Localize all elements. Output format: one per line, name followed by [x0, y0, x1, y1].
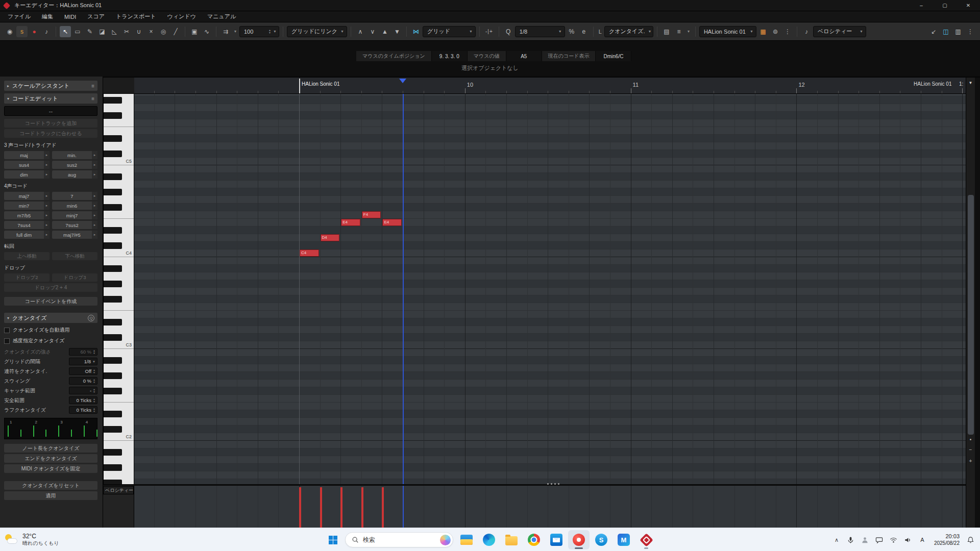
white-key[interactable] [104, 142, 134, 150]
velocity-bar[interactable] [361, 487, 363, 528]
taskbar-app-edge[interactable] [478, 530, 500, 549]
midi-note[interactable]: E4 [341, 219, 360, 226]
event-colors-select[interactable]: ベロシティー▼ [813, 26, 866, 37]
event-colors-icon[interactable]: ♪ [801, 26, 812, 37]
white-key[interactable] [104, 272, 134, 280]
solo-editor-button[interactable]: s [16, 26, 28, 37]
chord-button[interactable]: full dim▸ [4, 231, 50, 239]
white-key[interactable]: C4 [104, 249, 134, 257]
menu-item[interactable]: MIDI [59, 11, 82, 22]
split-tool[interactable]: ✂ [121, 26, 132, 37]
black-key[interactable] [104, 372, 134, 380]
transpose-up-icon[interactable]: ▲ [379, 26, 390, 37]
open-in-separate-window-icon[interactable]: ↙ [928, 26, 939, 37]
chord-button[interactable]: aug▸ [52, 170, 97, 179]
white-key[interactable] [104, 441, 134, 448]
param-value-field[interactable]: -▲▼ [69, 387, 97, 394]
globe-icon[interactable]: ⊚ [770, 26, 781, 37]
drum-map-icon[interactable]: ▦ [757, 26, 769, 37]
transpose-down-icon[interactable]: ▼ [391, 26, 403, 37]
scale-assistant-menu-icon[interactable]: ≡ [91, 83, 94, 89]
playhead-marker-icon[interactable] [399, 79, 406, 83]
taskbar-search[interactable]: 検索 [345, 532, 453, 547]
chord-edit-header[interactable]: ▾ コードエディット ≡ [4, 93, 97, 104]
param-value-field[interactable]: 0 %▲▼ [69, 377, 97, 385]
black-key[interactable] [104, 242, 134, 249]
black-key[interactable] [104, 425, 134, 433]
white-key[interactable] [104, 418, 134, 425]
chord-button[interactable]: 7▸ [52, 192, 97, 200]
zoom-in-icon[interactable]: + [966, 458, 975, 464]
line-tool[interactable]: ╱ [170, 26, 181, 37]
drop-2-4-button[interactable]: ドロップ2 + 4 [4, 283, 97, 292]
white-key[interactable] [104, 211, 134, 219]
white-key[interactable] [104, 403, 134, 410]
menu-item[interactable]: スコア [82, 11, 110, 22]
white-key[interactable] [104, 395, 134, 403]
black-key[interactable] [104, 96, 134, 104]
quantize-action-button[interactable]: 適用 [4, 491, 97, 500]
minimize-button[interactable]: – [910, 0, 933, 11]
quantize-panel-icon[interactable]: e [578, 26, 590, 37]
toolbar-setup-icon[interactable]: ⋮ [965, 26, 976, 37]
velocity-bar[interactable] [320, 487, 322, 528]
taskbar-app-chrome[interactable] [523, 530, 545, 549]
pin-tool-icon[interactable]: ◉ [4, 26, 15, 37]
curve-icon[interactable]: ∿ [201, 26, 212, 37]
midi-note[interactable]: D4 [321, 234, 340, 241]
chord-button[interactable]: ドロップ3 [52, 273, 97, 282]
erase-tool[interactable]: ◪ [96, 26, 108, 37]
param-value-field[interactable]: 0 Ticks▲▼ [69, 406, 97, 414]
quantize-action-button[interactable]: MIDI クオンタイズを固定 [4, 464, 97, 473]
white-key[interactable] [104, 181, 134, 188]
black-key[interactable] [104, 204, 134, 211]
more-options-icon[interactable]: ⋮ [782, 26, 793, 37]
white-key[interactable] [104, 303, 134, 311]
chord-button[interactable]: m7/b5▸ [4, 211, 50, 219]
chord-button[interactable]: 7sus4▸ [4, 221, 50, 229]
glue-tool[interactable]: ∪ [133, 26, 144, 37]
chord-button[interactable]: maj7▸ [4, 192, 50, 200]
param-value-field[interactable]: 1/8▼ [69, 358, 97, 365]
midi-note[interactable]: F4 [362, 211, 381, 218]
scroll-down-arrow-icon[interactable]: ▼ [966, 81, 975, 85]
quantize-preset-select[interactable]: 1/8▼ [515, 26, 565, 37]
velocity-bar[interactable] [382, 487, 384, 528]
param-value-field[interactable]: Off▲▼ [69, 367, 97, 375]
autoscroll-arrow[interactable]: ▾ [232, 26, 238, 37]
quantize-action-button[interactable]: クオンタイズをリセット [4, 481, 97, 490]
chord-button[interactable]: 下へ移動 [52, 252, 97, 260]
zoom-dot-icon[interactable]: • [966, 437, 975, 442]
range-selection-tool[interactable]: ▭ [72, 26, 83, 37]
black-key[interactable] [104, 479, 134, 484]
black-key[interactable] [104, 112, 134, 119]
black-key[interactable] [104, 318, 134, 326]
white-key[interactable] [104, 127, 134, 135]
black-key[interactable] [104, 188, 134, 196]
white-key[interactable]: C5 [104, 158, 134, 165]
object-selection-tool[interactable]: ↖ [60, 26, 71, 37]
autoscroll-icon[interactable]: ⇉ [220, 26, 231, 37]
chevron-up-icon[interactable]: ∧ [830, 532, 843, 547]
menu-item[interactable]: マニュアル [202, 11, 241, 22]
taskbar-app-file-explorer[interactable] [456, 530, 477, 549]
track-select[interactable]: HALion Sonic 01▼ [699, 26, 756, 37]
white-key[interactable] [104, 119, 134, 127]
chord-button[interactable]: 7sus2▸ [52, 221, 97, 229]
length-adjust-icon[interactable]: -|+ [483, 26, 495, 37]
quantize-header[interactable]: ▾ クオンタイズ Q [4, 313, 97, 323]
show-part-borders-icon[interactable]: ▣ [189, 26, 200, 37]
quantize-action-button[interactable]: ノート長をクオンタイズ [4, 444, 97, 453]
event-display-icon[interactable]: ▤ [661, 26, 672, 37]
scale-assistant-header[interactable]: ▸ スケールアシスタント ≡ [4, 81, 97, 91]
quantize-action-button[interactable]: エンドをクオンタイズ [4, 454, 97, 463]
white-key[interactable] [104, 326, 134, 334]
chord-edit-menu-icon[interactable]: ≡ [91, 96, 94, 102]
insert-velocity-input[interactable]: 100▲▼▼ [239, 26, 279, 37]
chord-button[interactable]: min.▸ [52, 151, 97, 159]
chord-button[interactable]: dim▸ [4, 170, 50, 179]
black-key[interactable] [104, 135, 134, 142]
black-key[interactable] [104, 280, 134, 288]
black-key[interactable] [104, 387, 134, 395]
mic-icon[interactable] [844, 532, 857, 547]
